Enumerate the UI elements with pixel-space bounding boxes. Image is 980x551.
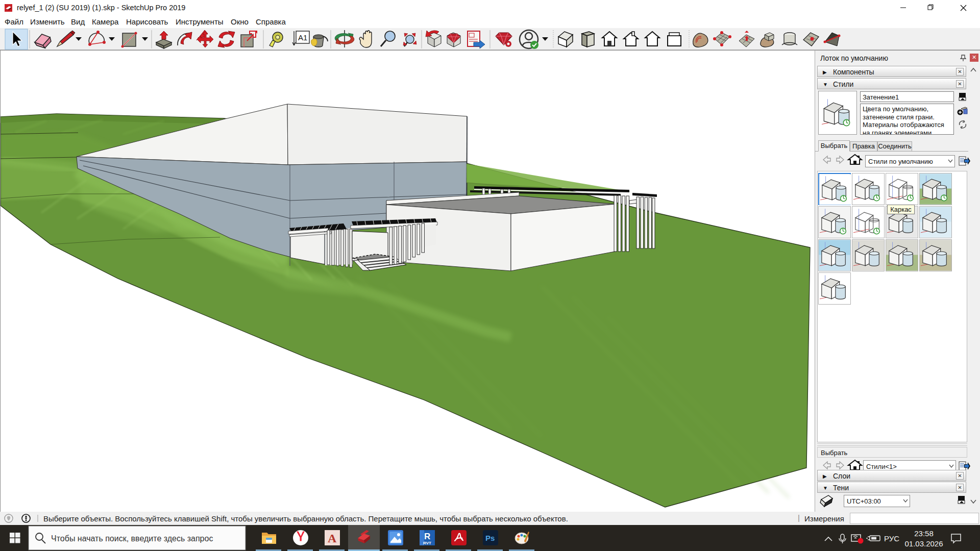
svg-text:Чтобы начать поиск, введите зд: Чтобы начать поиск, введите здесь запрос: [51, 534, 213, 543]
svg-text:R: R: [424, 532, 430, 541]
svg-text:RVT: RVT: [423, 541, 431, 545]
svg-text:A: A: [328, 532, 337, 545]
svg-text:Ps: Ps: [485, 534, 495, 542]
svg-text:01.03.2026: 01.03.2026: [904, 539, 943, 548]
svg-text:23:58: 23:58: [914, 529, 934, 538]
svg-text:РУС: РУС: [884, 534, 899, 543]
svg-text:A1: A1: [298, 33, 307, 42]
